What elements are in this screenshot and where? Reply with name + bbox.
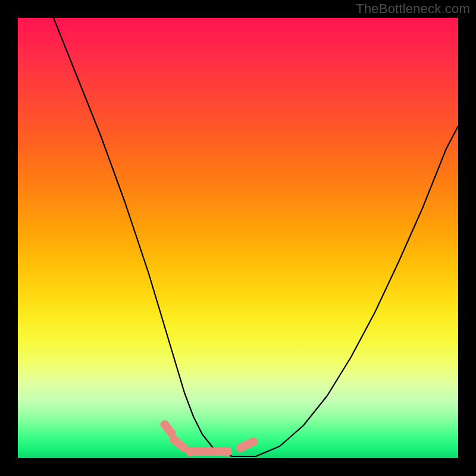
svg-point-2 — [223, 447, 232, 456]
curve-path — [54, 18, 458, 456]
marker-right — [234, 436, 259, 454]
watermark-text: TheBottleneck.com — [356, 1, 470, 17]
marker-floor — [186, 447, 232, 456]
chart-frame: TheBottleneck.com — [0, 0, 476, 476]
plot-area — [18, 18, 458, 458]
bottleneck-curve — [18, 18, 458, 458]
